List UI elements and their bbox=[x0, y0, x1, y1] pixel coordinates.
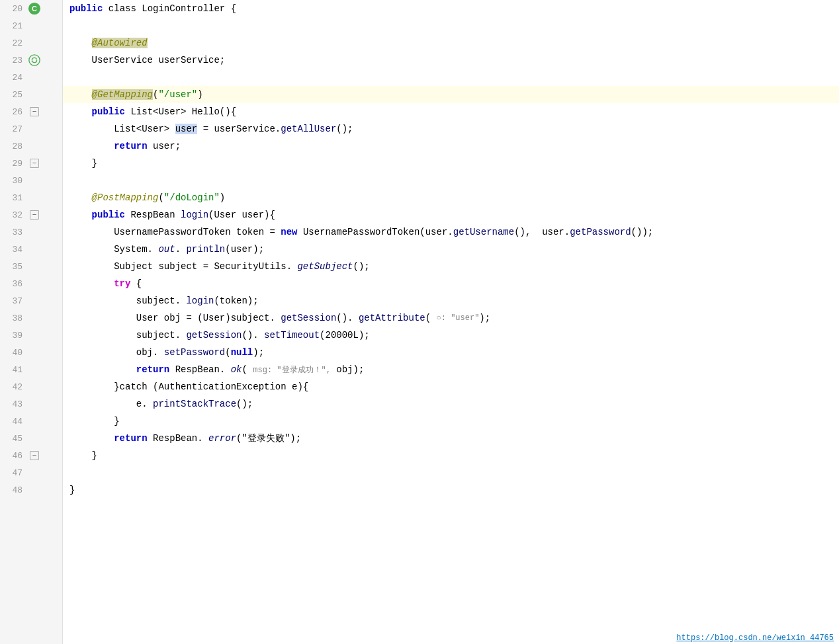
code-lines-container: @Autowired UserService userService; @Get… bbox=[63, 17, 839, 499]
line-num-26: 26 bbox=[0, 107, 28, 117]
code-line-34: System. out. println(user); bbox=[63, 241, 839, 258]
token-41-0 bbox=[69, 364, 136, 375]
token-45-3: error bbox=[208, 433, 236, 444]
token-38-1: getSession bbox=[281, 313, 336, 323]
gutter-row-37: 37 bbox=[0, 292, 62, 309]
gutter-row-48: 48 bbox=[0, 481, 62, 499]
token-23-1: userService; bbox=[153, 55, 225, 65]
svg-point-2 bbox=[29, 55, 40, 65]
token-23-0: UserService bbox=[69, 55, 153, 65]
token-36-2: { bbox=[130, 278, 142, 289]
code-line-20: public class LoginController { bbox=[63, 0, 839, 17]
code-line-30 bbox=[63, 172, 839, 189]
token-28-2: user; bbox=[148, 141, 181, 151]
gutter-row-21: 21 bbox=[0, 17, 62, 34]
token-42-0: }catch (AuthenticationException e){ bbox=[69, 382, 308, 392]
gutter-row-43: 43 bbox=[0, 395, 62, 413]
gutter-row-42: 42 bbox=[0, 378, 62, 395]
token-32-2: RespBean bbox=[125, 210, 181, 220]
line-num-28: 28 bbox=[0, 141, 28, 151]
line-num-39: 39 bbox=[0, 331, 28, 341]
fold-icon[interactable]: − bbox=[30, 159, 39, 168]
gutter-row-39: 39 bbox=[0, 327, 62, 344]
line-num-47: 47 bbox=[0, 468, 28, 478]
code-editor: 20 C 212223242526−272829−303132−33343536… bbox=[0, 0, 839, 644]
token-38-0: User obj = (User)subject. bbox=[69, 313, 281, 323]
token-43-0: e. bbox=[69, 399, 153, 409]
code-class: class LoginController { bbox=[103, 3, 236, 14]
gutter-icon-29[interactable]: − bbox=[28, 159, 41, 168]
fold-icon[interactable]: − bbox=[30, 210, 39, 220]
line-num-25: 25 bbox=[0, 90, 28, 100]
gutter-row-41: 41 bbox=[0, 361, 62, 378]
gutter-row-38: 38 bbox=[0, 309, 62, 327]
token-41-2: RespBean. bbox=[169, 364, 230, 375]
token-25-1: @GetMapping bbox=[92, 89, 153, 100]
token-38-3: getAttribute bbox=[359, 313, 425, 323]
gutter-icon-32[interactable]: − bbox=[28, 210, 41, 220]
token-31-1: @PostMapping bbox=[92, 192, 159, 203]
gutter-row-25: 25 bbox=[0, 86, 62, 103]
gutter-row-36: 36 bbox=[0, 275, 62, 292]
token-40-0: obj. bbox=[69, 347, 164, 358]
gutter-row-35: 35 bbox=[0, 258, 62, 275]
token-33-6: ()); bbox=[631, 227, 654, 237]
url-text: https://blog.csdn.ne/weixin_44765 bbox=[676, 633, 834, 643]
token-27-3: getAllUser bbox=[281, 124, 336, 134]
token-27-0: List<User> bbox=[69, 124, 175, 134]
token-37-2: (token); bbox=[214, 296, 258, 306]
token-41-5: msg: "登录成功！", bbox=[253, 364, 331, 376]
code-line-38: User obj = (User)subject. getSession(). … bbox=[63, 309, 839, 327]
token-43-2: (); bbox=[236, 399, 253, 409]
gutter-icon-20: C bbox=[28, 1, 41, 16]
line-num-38: 38 bbox=[0, 313, 28, 323]
token-37-1: login bbox=[186, 296, 214, 306]
code-line-43: e. printStackTrace(); bbox=[63, 395, 839, 413]
token-32-1: public bbox=[92, 210, 125, 220]
code-line-24 bbox=[63, 69, 839, 86]
line-num-45: 45 bbox=[0, 434, 28, 444]
code-line-21 bbox=[63, 17, 839, 34]
line-num-43: 43 bbox=[0, 399, 28, 409]
token-35-0: Subject subject = SecurityUtils. bbox=[69, 261, 297, 272]
token-26-2: List<User> Hello(){ bbox=[125, 106, 236, 117]
token-39-0: subject. bbox=[69, 330, 186, 341]
line-num-48: 48 bbox=[0, 485, 28, 495]
gutter-row-29: 29− bbox=[0, 155, 62, 172]
gutter-row-24: 24 bbox=[0, 69, 62, 86]
token-43-1: printStackTrace bbox=[153, 399, 236, 409]
gutter-row-26: 26− bbox=[0, 103, 62, 120]
line-num-36: 36 bbox=[0, 279, 28, 289]
token-31-2: ( bbox=[158, 192, 163, 203]
fold-icon[interactable]: − bbox=[30, 451, 39, 460]
token-32-3: login bbox=[181, 210, 208, 220]
token-39-3: setTimeout bbox=[264, 330, 320, 341]
line-num-32: 32 bbox=[0, 210, 28, 220]
token-25-4: ) bbox=[197, 89, 202, 100]
token-46-0: } bbox=[69, 450, 97, 461]
gutter-icon-26[interactable]: − bbox=[28, 107, 41, 116]
fold-icon[interactable]: − bbox=[30, 107, 39, 116]
gutter-icon-46[interactable]: − bbox=[28, 451, 41, 460]
line-num-22: 22 bbox=[0, 38, 28, 48]
keyword-public: public bbox=[69, 3, 103, 14]
line-gutter: 20 C 212223242526−272829−303132−33343536… bbox=[0, 0, 63, 644]
svg-text:C: C bbox=[32, 5, 37, 13]
token-35-1: getSubject bbox=[297, 261, 353, 272]
token-41-3: ok bbox=[231, 364, 242, 375]
code-line-48: } bbox=[63, 481, 839, 499]
gutter-icon-23[interactable] bbox=[28, 54, 41, 67]
token-32-0 bbox=[69, 210, 92, 220]
token-28-1: return bbox=[114, 141, 147, 151]
token-31-4: ) bbox=[220, 192, 225, 203]
token-26-0 bbox=[69, 106, 92, 117]
token-34-4: (user); bbox=[225, 244, 264, 255]
token-38-5: ○: "user" bbox=[437, 313, 480, 323]
refresh-icon[interactable] bbox=[28, 54, 41, 67]
token-28-0 bbox=[69, 141, 114, 151]
token-45-4: ("登录失败"); bbox=[236, 432, 301, 444]
code-line-29: } bbox=[63, 155, 839, 172]
gutter-rows: 212223242526−272829−303132−3334353637383… bbox=[0, 17, 62, 499]
token-27-4: (); bbox=[336, 124, 353, 134]
token-22-1: @Autowired bbox=[92, 38, 148, 48]
